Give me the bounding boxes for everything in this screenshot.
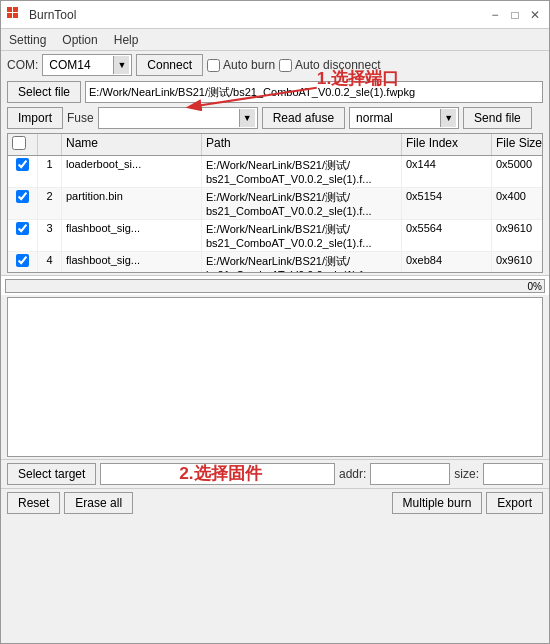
td-name-2: partition.bin [62,188,202,219]
menu-setting[interactable]: Setting [5,32,50,48]
fuse-combo-arrow-icon: ▼ [239,109,255,127]
title-bar: BurnTool − □ ✕ [1,1,549,29]
combo-arrow-icon: ▼ [113,56,129,74]
table-body: 1 loaderboot_si... E:/Work/NearLink/BS21… [8,156,542,272]
connect-button[interactable]: Connect [136,54,203,76]
target-input[interactable] [100,463,335,485]
menu-help[interactable]: Help [110,32,143,48]
th-path: Path [202,134,402,155]
td-checkbox-1 [8,156,38,187]
normal-combo-arrow-icon: ▼ [440,109,456,127]
import-button[interactable]: Import [7,107,63,129]
bottom-button-row: Reset Erase all Multiple burn Export [1,488,549,517]
com-dropdown[interactable]: COM14 ▼ [42,54,132,76]
td-path-1: E:/Work/NearLink/BS21/测试/bs21_ComboAT_V0… [202,156,402,187]
row3-checkbox[interactable] [16,222,29,235]
th-file-size: File Size [492,134,543,155]
fuse-label: Fuse [67,111,94,125]
main-window: BurnTool − □ ✕ Setting Option Help 1.选择端… [0,0,550,644]
td-index-2: 0x5154 [402,188,492,219]
td-size-2: 0x400 [492,188,542,219]
auto-burn-text: Auto burn [223,58,275,72]
fuse-dropdown[interactable]: ▼ [98,107,258,129]
td-index-1: 0x144 [402,156,492,187]
maximize-button[interactable]: □ [507,7,523,23]
row2-checkbox[interactable] [16,190,29,203]
size-label: size: [454,467,479,481]
progress-bar: 0% [5,279,545,293]
td-index-4: 0xeb84 [402,252,492,272]
th-num [38,134,62,155]
normal-value: normal [352,111,440,125]
table-row: 3 flashboot_sig... E:/Work/NearLink/BS21… [8,220,542,252]
td-checkbox-2 [8,188,38,219]
td-size-1: 0x5000 [492,156,542,187]
progress-label: 0% [528,280,542,294]
td-checkbox-3 [8,220,38,251]
td-size-3: 0x9610 [492,220,542,251]
td-path-4: E:/Work/NearLink/BS21/测试/bs21_ComboAT_V0… [202,252,402,272]
fuse-row: Import Fuse ▼ Read afuse normal ▼ Send f… [1,105,549,131]
progress-area: 0% [1,275,549,295]
td-name-4: flashboot_sig... [62,252,202,272]
td-num-2: 2 [38,188,62,219]
normal-dropdown[interactable]: normal ▼ [349,107,459,129]
th-name: Name [62,134,202,155]
svg-rect-3 [13,13,18,18]
file-path-input[interactable] [85,81,543,103]
read-afuse-button[interactable]: Read afuse [262,107,345,129]
td-num-4: 4 [38,252,62,272]
log-area[interactable] [7,297,543,457]
com-value: COM14 [45,58,113,72]
table-row: 1 loaderboot_si... E:/Work/NearLink/BS21… [8,156,542,188]
select-file-button[interactable]: Select file [7,81,81,103]
menu-option[interactable]: Option [58,32,101,48]
multiple-burn-button[interactable]: Multiple burn [392,492,483,514]
select-target-button[interactable]: Select target [7,463,96,485]
th-checkbox [8,134,38,155]
send-file-button[interactable]: Send file [463,107,532,129]
select-all-checkbox[interactable] [12,136,26,150]
table-row: 4 flashboot_sig... E:/Work/NearLink/BS21… [8,252,542,272]
main-content: 1.选择端口 2.选择固件 COM: COM14 ▼ Connect Auto … [1,51,549,643]
auto-burn-label[interactable]: Auto burn [207,58,275,72]
svg-rect-0 [7,7,12,12]
svg-rect-1 [13,7,18,12]
td-path-2: E:/Work/NearLink/BS21/测试/bs21_ComboAT_V0… [202,188,402,219]
td-path-3: E:/Work/NearLink/BS21/测试/bs21_ComboAT_V0… [202,220,402,251]
bottom-target-row: Select target addr: size: [1,459,549,488]
row1-checkbox[interactable] [16,158,29,171]
size-input[interactable] [483,463,543,485]
minimize-button[interactable]: − [487,7,503,23]
td-num-3: 3 [38,220,62,251]
td-index-3: 0x5564 [402,220,492,251]
reset-button[interactable]: Reset [7,492,60,514]
table-header: Name Path File Index File Size [8,134,542,156]
window-controls: − □ ✕ [487,7,543,23]
td-checkbox-4 [8,252,38,272]
td-size-4: 0x9610 [492,252,542,272]
file-row: Select file [1,79,549,105]
addr-input[interactable] [370,463,450,485]
title-left: BurnTool [7,7,76,23]
window-title: BurnTool [29,8,76,22]
file-table: Name Path File Index File Size 1 loaderb… [7,133,543,273]
th-file-index: File Index [402,134,492,155]
auto-burn-checkbox[interactable] [207,59,220,72]
td-num-1: 1 [38,156,62,187]
close-button[interactable]: ✕ [527,7,543,23]
table-row: 2 partition.bin E:/Work/NearLink/BS21/测试… [8,188,542,220]
app-icon [7,7,23,23]
td-name-3: flashboot_sig... [62,220,202,251]
td-name-1: loaderboot_si... [62,156,202,187]
addr-label: addr: [339,467,366,481]
auto-disconnect-label[interactable]: Auto disconnect [279,58,380,72]
row4-checkbox[interactable] [16,254,29,267]
auto-disconnect-checkbox[interactable] [279,59,292,72]
menu-bar: Setting Option Help [1,29,549,51]
erase-all-button[interactable]: Erase all [64,492,133,514]
com-row: COM: COM14 ▼ Connect Auto burn Auto disc… [1,51,549,79]
com-label: COM: [7,58,38,72]
export-button[interactable]: Export [486,492,543,514]
svg-rect-2 [7,13,12,18]
